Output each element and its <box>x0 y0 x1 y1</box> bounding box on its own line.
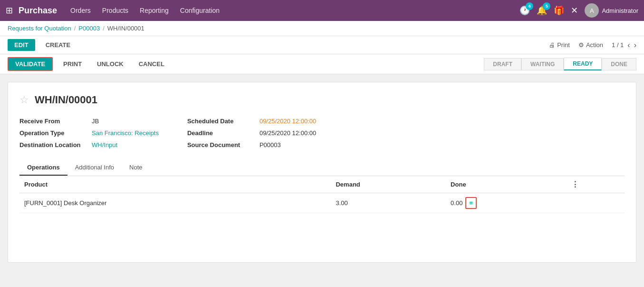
print-label: Print <box>557 41 570 49</box>
clock-icon-badge[interactable]: 🕐 6 <box>519 5 530 16</box>
receive-from-label: Receive From <box>19 118 86 125</box>
prev-page-button[interactable]: ‹ <box>627 41 630 49</box>
col-done: Done <box>446 176 567 193</box>
create-button[interactable]: CREATE <box>39 39 77 51</box>
print-bar-button[interactable]: PRINT <box>58 58 87 70</box>
breadcrumb-po[interactable]: P00003 <box>78 25 100 32</box>
dest-location-row: Destination Location WH/Input <box>19 141 159 148</box>
table-row: [FURN_0001] Desk Organizer 3.00 0.00 ≡ <box>19 193 625 213</box>
deadline-row: Deadline 09/25/2020 12:00:00 <box>187 129 316 137</box>
main-content: ☆ WH/IN/00001 Receive From JB Operation … <box>0 74 644 270</box>
action-button[interactable]: ⚙ Action <box>578 41 603 49</box>
breadcrumb-rfq[interactable]: Requests for Quotation <box>8 25 71 32</box>
pagination-count: 1 / 1 <box>612 41 624 49</box>
status-ready[interactable]: READY <box>564 58 602 70</box>
admin-name: Administrator <box>602 7 638 14</box>
topbar-right: 🕐 6 🔔 5 🎁 ✕ A Administrator <box>519 3 638 18</box>
operation-type-label: Operation Type <box>19 129 86 137</box>
avatar-circle: A <box>585 3 599 18</box>
bell-icon-badge[interactable]: 🔔 5 <box>537 5 547 16</box>
printer-icon: 🖨 <box>549 41 555 49</box>
row-actions-cell <box>567 193 625 213</box>
source-doc-row: Source Document P00003 <box>187 141 316 148</box>
deadline-label: Deadline <box>187 129 254 137</box>
form-fields: Receive From JB Operation Type San Franc… <box>19 118 625 148</box>
done-cell-container: 0.00 ≡ <box>451 197 562 209</box>
doc-title: WH/IN/00001 <box>35 94 97 106</box>
unlock-button[interactable]: UNLOCK <box>92 58 128 70</box>
detail-icon-button[interactable]: ≡ <box>465 197 477 209</box>
scheduled-date-value: 09/25/2020 12:00:00 <box>260 118 316 125</box>
nav-orders[interactable]: Orders <box>70 5 91 16</box>
receive-from-value: JB <box>92 118 99 125</box>
col-actions: ⋮ <box>567 176 625 193</box>
form-col-right: Scheduled Date 09/25/2020 12:00:00 Deadl… <box>187 118 316 148</box>
action-bar-right: 🖨 Print ⚙ Action 1 / 1 ‹ › <box>549 41 636 49</box>
status-waiting[interactable]: WAITING <box>521 58 564 70</box>
dest-location-value[interactable]: WH/Input <box>92 141 117 148</box>
col-demand: Demand <box>331 176 446 193</box>
status-bar: DRAFT WAITING READY DONE <box>484 58 636 70</box>
done-value: 0.00 <box>451 199 462 207</box>
document-card: ☆ WH/IN/00001 Receive From JB Operation … <box>8 82 636 263</box>
edit-button[interactable]: EDIT <box>8 39 35 51</box>
nav-products[interactable]: Products <box>102 5 128 16</box>
scheduled-date-row: Scheduled Date 09/25/2020 12:00:00 <box>187 118 316 125</box>
breadcrumb-sep-1: / <box>74 25 76 32</box>
validate-button[interactable]: VALIDATE <box>8 57 53 71</box>
form-col-left: Receive From JB Operation Type San Franc… <box>19 118 159 148</box>
cancel-button[interactable]: CANCEL <box>134 58 169 70</box>
breadcrumb-sep-2: / <box>103 25 105 32</box>
product-cell: [FURN_0001] Desk Organizer <box>19 193 331 213</box>
gear-icon: ⚙ <box>578 41 584 49</box>
app-name: Purchase <box>19 6 57 16</box>
status-draft[interactable]: DRAFT <box>484 58 521 70</box>
pagination: 1 / 1 ‹ › <box>612 41 636 49</box>
source-doc-label: Source Document <box>187 141 254 148</box>
topbar: ⊞ Purchase Orders Products Reporting Con… <box>0 0 644 21</box>
gift-icon[interactable]: 🎁 <box>554 5 564 16</box>
bell-badge-count: 5 <box>543 2 550 10</box>
breadcrumb-current: WH/IN/00001 <box>107 25 144 32</box>
deadline-value: 09/25/2020 12:00:00 <box>260 129 316 137</box>
clock-badge-count: 6 <box>526 2 533 10</box>
source-doc-value: P00003 <box>260 141 281 148</box>
breadcrumb: Requests for Quotation / P00003 / WH/IN/… <box>0 21 644 36</box>
demand-cell: 3.00 <box>331 193 446 213</box>
tabs-bar: Operations Additional Info Note <box>19 160 625 176</box>
grid-icon[interactable]: ⊞ <box>6 5 13 16</box>
operations-table: Product Demand Done ⋮ [FURN_0001] Desk O… <box>19 176 625 213</box>
close-icon[interactable]: ✕ <box>571 5 578 16</box>
doc-header: ☆ WH/IN/00001 <box>19 94 625 106</box>
receive-from-row: Receive From JB <box>19 118 159 125</box>
action-label: Action <box>586 41 603 49</box>
action-bar: EDIT CREATE 🖨 Print ⚙ Action 1 / 1 ‹ › <box>0 36 644 54</box>
nav-reporting[interactable]: Reporting <box>140 5 169 16</box>
next-page-button[interactable]: › <box>634 41 636 49</box>
done-cell: 0.00 ≡ <box>446 193 567 213</box>
nav-configuration[interactable]: Configuration <box>180 5 220 16</box>
tab-note[interactable]: Note <box>122 160 150 176</box>
col-product: Product <box>19 176 331 193</box>
column-menu-icon[interactable]: ⋮ <box>571 180 579 188</box>
status-done[interactable]: DONE <box>602 58 636 70</box>
dest-location-label: Destination Location <box>19 141 86 148</box>
validate-bar: VALIDATE PRINT UNLOCK CANCEL DRAFT WAITI… <box>0 54 644 74</box>
tab-operations[interactable]: Operations <box>19 160 67 176</box>
operation-type-row: Operation Type San Francisco: Receipts <box>19 129 159 137</box>
operation-type-value[interactable]: San Francisco: Receipts <box>92 129 159 137</box>
tab-additional-info[interactable]: Additional Info <box>67 160 122 176</box>
print-button[interactable]: 🖨 Print <box>549 41 570 49</box>
scheduled-date-label: Scheduled Date <box>187 118 254 125</box>
star-icon[interactable]: ☆ <box>19 94 29 106</box>
top-nav: Orders Products Reporting Configuration <box>70 5 519 16</box>
user-avatar[interactable]: A Administrator <box>585 3 638 18</box>
